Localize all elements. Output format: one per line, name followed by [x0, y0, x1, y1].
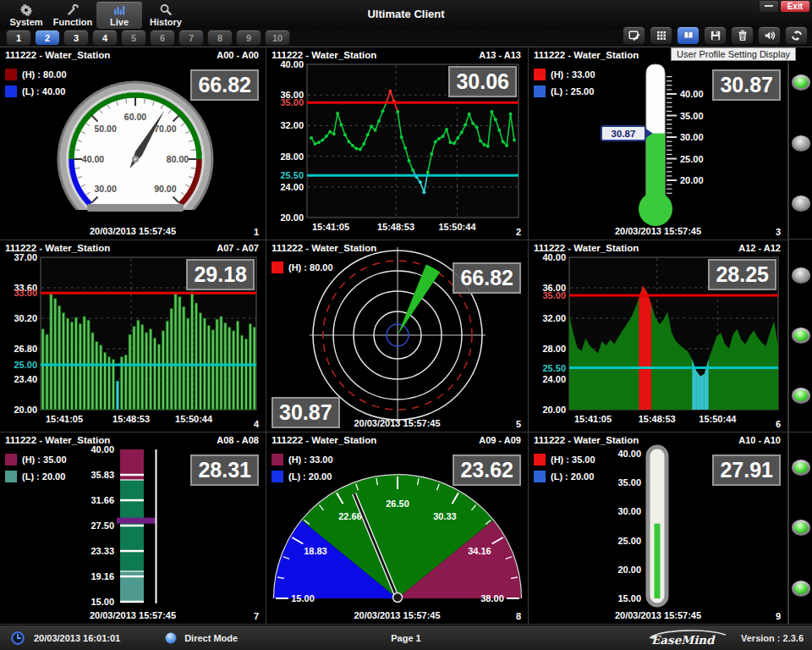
led-indicator-2[interactable]	[792, 135, 810, 151]
svg-text:40.00: 40.00	[542, 252, 566, 262]
led-indicator-6[interactable]	[792, 388, 810, 404]
legend-label: (L) : 20.00	[551, 471, 594, 482]
menu-system-label: System	[9, 17, 42, 28]
svg-text:28.00: 28.00	[542, 344, 566, 354]
legend-item: (L) : 20.00	[272, 468, 333, 485]
led-indicator-4[interactable]	[792, 267, 810, 284]
svg-text:40.00: 40.00	[680, 89, 704, 99]
svg-text:22.66: 22.66	[338, 511, 362, 521]
panel-station-label: 111222 - Water_Station	[272, 50, 376, 60]
panel-index: 2	[516, 227, 521, 237]
panel-timestamp: 20/03/2013 15:57:45	[0, 226, 266, 236]
svg-text:26.50: 26.50	[386, 499, 409, 509]
page-tab-8[interactable]: 8	[207, 30, 233, 46]
dashboard-panel-3[interactable]: 40.0035.0030.0025.0020.0030.87 111222 - …	[529, 47, 788, 240]
toolbar	[623, 26, 808, 45]
led-indicator-9[interactable]	[792, 581, 810, 597]
panel-station-label: 111222 - Water_Station	[534, 435, 639, 445]
edit-display-icon	[628, 29, 641, 42]
svg-text:26.80: 26.80	[14, 344, 37, 354]
led-indicator-5[interactable]	[792, 328, 810, 344]
led-indicator-8[interactable]	[792, 520, 810, 536]
dashboard-panel-5[interactable]: 111222 - Water_Station (H) : 80.00 66.82…	[266, 240, 529, 432]
dashboard-panel-4[interactable]: 37.0033.6030.2026.8023.4020.0033.0025.00…	[0, 240, 266, 432]
page-tab-5[interactable]: 5	[121, 30, 146, 46]
sound-button[interactable]	[758, 26, 781, 45]
edit-display-button[interactable]	[623, 26, 645, 45]
dashboard-grid: 30.0040.0050.0060.0070.0080.0090.00 1112…	[0, 47, 812, 625]
panel-legend: (H) : 33.00(L) : 25.00	[534, 66, 595, 100]
menu-live-label: Live	[110, 17, 129, 28]
magnifier-icon	[159, 3, 173, 17]
svg-text:18.83: 18.83	[304, 546, 327, 556]
delete-button[interactable]	[731, 26, 754, 45]
refresh-button[interactable]	[785, 26, 808, 45]
svg-text:25.50: 25.50	[542, 363, 566, 373]
panel-legend: (H) : 33.00(L) : 20.00	[272, 451, 333, 485]
version-label: Version : 2.3.6	[741, 633, 804, 643]
status-right: EaseMind Version : 2.3.6	[631, 630, 804, 647]
svg-text:15:50:44: 15:50:44	[175, 414, 213, 424]
dashboard-panel-2[interactable]: 40.0036.0032.0028.0024.0020.0035.0025.50…	[266, 47, 529, 240]
svg-text:32.00: 32.00	[542, 313, 566, 323]
dashboard-panel-6[interactable]: 40.0036.0032.0028.0024.0020.0035.0025.50…	[529, 240, 788, 432]
page-tab-7[interactable]: 7	[178, 30, 204, 46]
dashboard-panel-1[interactable]: 30.0040.0050.0060.0070.0080.0090.00 1112…	[0, 47, 266, 240]
svg-text:25.50: 25.50	[280, 170, 304, 180]
svg-text:30.33: 30.33	[433, 511, 457, 521]
dashboard-panel-8[interactable]: 15.0018.8322.6626.5030.3334.1638.00 1112…	[266, 432, 529, 625]
grid-layout-button[interactable]	[650, 26, 672, 45]
save-button[interactable]	[704, 26, 727, 45]
legend-item: (L) : 40.00	[5, 83, 67, 100]
svg-text:31.66: 31.66	[91, 495, 114, 505]
legend-swatch	[5, 85, 17, 97]
window-controls: Exit	[760, 1, 809, 12]
wrench-icon	[66, 3, 80, 17]
page-tab-9[interactable]: 9	[236, 30, 261, 46]
page-tab-1[interactable]: 1	[6, 30, 31, 46]
grid-icon	[655, 29, 668, 42]
panel-legend: (H) : 80.00	[272, 259, 333, 276]
panel-tag-label: A12 - A12	[738, 243, 781, 253]
panel-index: 6	[776, 419, 781, 429]
menu-history-button[interactable]: History	[143, 2, 189, 29]
page-tab-2[interactable]: 2	[35, 30, 60, 46]
page-tab-10[interactable]: 10	[265, 30, 290, 46]
page-tab-4[interactable]: 4	[92, 30, 118, 46]
svg-text:20.00: 20.00	[280, 212, 304, 223]
svg-text:32.00: 32.00	[280, 120, 304, 130]
exit-button[interactable]: Exit	[781, 1, 809, 12]
user-profile-button[interactable]	[677, 26, 700, 45]
svg-text:30.20: 30.20	[14, 313, 37, 323]
led-section	[789, 47, 812, 240]
svg-text:20.00: 20.00	[617, 565, 641, 575]
svg-text:20.00: 20.00	[542, 405, 566, 415]
svg-text:34.16: 34.16	[468, 546, 491, 556]
legend-swatch	[5, 454, 17, 465]
minimize-button[interactable]	[760, 1, 778, 12]
legend-swatch	[272, 262, 283, 273]
svg-text:15:41:05: 15:41:05	[574, 414, 612, 424]
led-indicator-7[interactable]	[792, 460, 810, 476]
menu-function-button[interactable]: Function	[50, 2, 96, 29]
svg-text:25.00: 25.00	[680, 154, 704, 164]
menu-live-button[interactable]: Live	[96, 2, 142, 29]
led-indicator-3[interactable]	[792, 196, 810, 212]
dashboard-panel-7[interactable]: 40.0035.8331.6627.5023.3319.1615.00 1112…	[0, 432, 266, 625]
legend-swatch	[534, 85, 546, 97]
clock-icon	[10, 631, 25, 646]
page-tab-3[interactable]: 3	[63, 30, 89, 46]
svg-text:37.00: 37.00	[14, 252, 37, 262]
led-indicator-1[interactable]	[792, 74, 810, 91]
panel-tag-label: A00 - A00	[217, 50, 259, 60]
panel-station-label: 111222 - Water_Station	[534, 243, 639, 253]
legend-label: (H) : 33.00	[551, 69, 595, 80]
svg-text:30.00: 30.00	[617, 506, 641, 516]
page-tab-6[interactable]: 6	[150, 30, 175, 46]
menu-system-button[interactable]: System	[3, 2, 49, 29]
dashboard-panel-9[interactable]: 40.0035.0030.0025.0020.0015.00 111222 - …	[529, 432, 788, 625]
panel-station-label: 111222 - Water_Station	[5, 243, 110, 253]
svg-text:24.00: 24.00	[280, 182, 304, 192]
panel-timestamp: 20/03/2013 15:57:45	[266, 610, 528, 620]
legend-label: (H) : 80.00	[22, 69, 67, 80]
